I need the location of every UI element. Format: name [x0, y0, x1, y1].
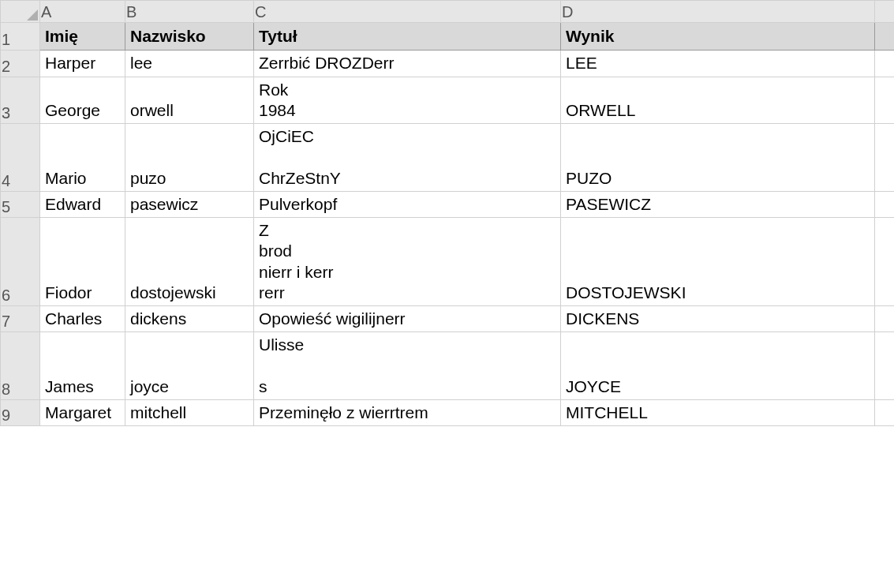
cell[interactable]: JOYCE [561, 332, 875, 400]
cell-empty[interactable] [875, 332, 895, 400]
cell[interactable]: Ulisse s [254, 332, 561, 400]
cell[interactable]: George [40, 77, 125, 124]
cell[interactable]: Margaret [40, 400, 125, 426]
cell[interactable]: pasewicz [125, 191, 254, 217]
cell[interactable]: Edward [40, 191, 125, 217]
select-all-corner[interactable] [1, 1, 40, 23]
row-header[interactable]: 3 [1, 77, 40, 124]
cell[interactable]: Opowieść wigilijnerr [254, 306, 561, 332]
select-all-triangle-icon [27, 9, 38, 21]
cell-empty[interactable] [875, 124, 895, 192]
cell[interactable]: puzo [125, 124, 254, 192]
col-header-A[interactable]: A [40, 1, 125, 23]
row-header[interactable]: 8 [1, 332, 40, 400]
cell[interactable]: Rok 1984 [254, 77, 561, 124]
cell-empty[interactable] [875, 191, 895, 217]
cell[interactable]: Harper [40, 51, 125, 77]
table-row: 5 Edward pasewicz Pulverkopf PASEWICZ [1, 191, 895, 217]
table-row: 1 Imię Nazwisko Tytuł Wynik [1, 23, 895, 51]
cell-empty[interactable] [875, 23, 895, 51]
cell[interactable]: Mario [40, 124, 125, 192]
row-header[interactable]: 7 [1, 306, 40, 332]
cell[interactable]: LEE [561, 51, 875, 77]
table-row: 8 James joyce Ulisse s JOYCE [1, 332, 895, 400]
cell[interactable]: lee [125, 51, 254, 77]
grid-table[interactable]: A B C D 1 Imię Nazwisko Tytuł Wynik 2 Ha… [0, 0, 894, 426]
cell-header-A[interactable]: Imię [40, 23, 125, 51]
cell[interactable]: ORWELL [561, 77, 875, 124]
cell[interactable]: DOSTOJEWSKI [561, 218, 875, 306]
cell-header-D[interactable]: Wynik [561, 23, 875, 51]
cell[interactable]: Przeminęło z wierrtrem [254, 400, 561, 426]
cell[interactable]: dickens [125, 306, 254, 332]
table-row: 3 George orwell Rok 1984 ORWELL [1, 77, 895, 124]
cell[interactable]: joyce [125, 332, 254, 400]
cell-empty[interactable] [875, 400, 895, 426]
cell[interactable]: Charles [40, 306, 125, 332]
cell-empty[interactable] [875, 51, 895, 77]
cell-empty[interactable] [875, 77, 895, 124]
table-row: 9 Margaret mitchell Przeminęło z wierrtr… [1, 400, 895, 426]
col-header-C[interactable]: C [254, 1, 561, 23]
svg-marker-0 [27, 9, 38, 21]
cell[interactable]: dostojewski [125, 218, 254, 306]
cell[interactable]: PUZO [561, 124, 875, 192]
spreadsheet[interactable]: A B C D 1 Imię Nazwisko Tytuł Wynik 2 Ha… [0, 0, 894, 588]
row-header[interactable]: 5 [1, 191, 40, 217]
cell[interactable]: orwell [125, 77, 254, 124]
grid-body: 1 Imię Nazwisko Tytuł Wynik 2 Harper lee… [1, 23, 895, 426]
table-row: 2 Harper lee Zerrbić DROZDerr LEE [1, 51, 895, 77]
col-header-D[interactable]: D [561, 1, 875, 23]
row-header[interactable]: 9 [1, 400, 40, 426]
row-header[interactable]: 4 [1, 124, 40, 192]
cell[interactable]: Fiodor [40, 218, 125, 306]
cell[interactable]: Z brod nierr i kerr rerr [254, 218, 561, 306]
row-header[interactable]: 2 [1, 51, 40, 77]
cell[interactable]: mitchell [125, 400, 254, 426]
cell-header-B[interactable]: Nazwisko [125, 23, 254, 51]
column-header-row: A B C D [1, 1, 895, 23]
cell[interactable]: MITCHELL [561, 400, 875, 426]
cell-header-C[interactable]: Tytuł [254, 23, 561, 51]
row-header[interactable]: 1 [1, 23, 40, 51]
table-row: 6 Fiodor dostojewski Z brod nierr i kerr… [1, 218, 895, 306]
table-row: 7 Charles dickens Opowieść wigilijnerr D… [1, 306, 895, 332]
col-header-extra[interactable] [875, 1, 895, 23]
cell[interactable]: OjCiEC ChrZeStnY [254, 124, 561, 192]
cell[interactable]: Zerrbić DROZDerr [254, 51, 561, 77]
cell-empty[interactable] [875, 218, 895, 306]
cell[interactable]: DICKENS [561, 306, 875, 332]
cell-empty[interactable] [875, 306, 895, 332]
cell[interactable]: PASEWICZ [561, 191, 875, 217]
cell[interactable]: Pulverkopf [254, 191, 561, 217]
table-row: 4 Mario puzo OjCiEC ChrZeStnY PUZO [1, 124, 895, 192]
row-header[interactable]: 6 [1, 218, 40, 306]
col-header-B[interactable]: B [125, 1, 254, 23]
cell[interactable]: James [40, 332, 125, 400]
